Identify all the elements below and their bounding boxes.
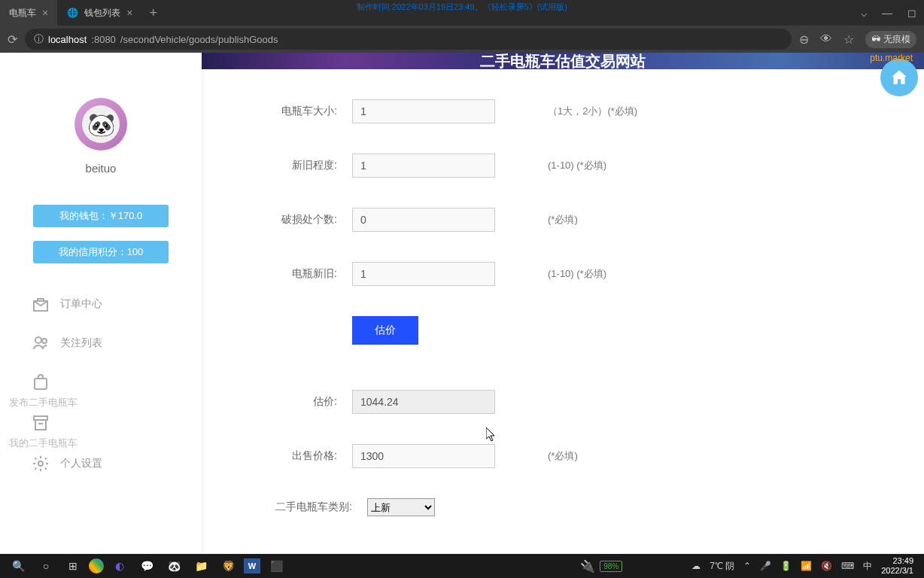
svg-rect-3 — [35, 379, 47, 389]
main-content: 二手电瓶车估值交易网站 ptu.market 电瓶车大小: （1大，2小）(*必… — [202, 53, 924, 554]
chevron-up-icon[interactable]: ⌃ — [743, 561, 751, 571]
mic-icon[interactable]: 🎤 — [760, 561, 771, 571]
condition-input[interactable] — [352, 154, 495, 178]
size-input[interactable] — [352, 99, 495, 123]
star-icon[interactable]: ☆ — [843, 32, 854, 47]
reload-icon[interactable]: ⟳ — [8, 32, 17, 47]
wechat-icon[interactable]: 💬 — [135, 555, 158, 576]
battery-input[interactable] — [352, 262, 495, 286]
damage-hint: (*必填) — [548, 213, 578, 227]
search-icon[interactable]: 🔍 — [6, 555, 30, 576]
damage-input[interactable] — [352, 208, 495, 232]
date-text: 2022/3/1 — [881, 566, 913, 576]
menu-label: 关注列表 — [60, 336, 102, 350]
form-row-eval-btn: 估价 — [247, 316, 879, 345]
new-tab-button[interactable]: + — [141, 5, 165, 21]
volume-icon[interactable]: 🔇 — [821, 561, 832, 571]
app-icon[interactable]: 🐼 — [163, 555, 185, 576]
form-row-price: 出售价格: (*必填) — [247, 444, 879, 468]
battery-badge[interactable]: 98% — [600, 561, 622, 572]
chevron-down-icon[interactable]: ⌵ — [861, 7, 867, 19]
keyboard-icon[interactable]: ⌨ — [841, 561, 854, 571]
zoom-icon[interactable]: ⊖ — [799, 32, 809, 47]
menu-label: 订单中心 — [60, 297, 102, 311]
wallet-button[interactable]: 我的钱包：￥170.0 — [33, 205, 169, 227]
app-icon-2[interactable]: 🦁 — [217, 555, 239, 576]
url-path: /secondVehicle/goods/publishGoods — [120, 34, 278, 45]
clock[interactable]: 23:49 2022/3/1 — [881, 556, 918, 576]
sidebar-item-settings[interactable]: 个人设置 — [30, 450, 202, 483]
size-label: 电瓶车大小: — [247, 105, 352, 118]
chrome-icon[interactable] — [89, 558, 104, 573]
task-view-icon[interactable]: ⊞ — [62, 555, 84, 576]
browser-tab-1[interactable]: 电瓶车 × — [0, 0, 57, 26]
svg-point-1 — [35, 337, 41, 343]
eye-off-icon[interactable]: 👁 — [820, 32, 832, 46]
battery-hint: (1-10) (*必填) — [548, 267, 606, 281]
bag-icon — [30, 372, 51, 393]
battery-plug-icon: 🔌 — [580, 559, 595, 573]
url-input[interactable]: ⓘ localhost:8080/secondVehicle/goods/pub… — [25, 29, 792, 50]
banner-tag: ptu.market — [870, 53, 913, 63]
category-select[interactable]: 上新 — [367, 498, 435, 516]
banner: 二手电瓶车估值交易网站 ptu.market — [202, 53, 924, 69]
globe-icon: 🌐 — [66, 7, 78, 19]
incognito-icon: 🕶 — [871, 34, 880, 44]
banner-title: 二手电瓶车估值交易网站 — [480, 53, 646, 69]
eclipse-icon[interactable]: ◐ — [108, 555, 131, 576]
incognito-badge[interactable]: 🕶 无痕模 — [865, 31, 916, 48]
form-row-damage: 破损处个数: (*必填) — [247, 208, 879, 232]
weather-text: 7℃ 阴 — [710, 560, 734, 573]
svg-point-7 — [38, 461, 43, 466]
menu-label-mine: 我的二手电瓶车 — [9, 437, 202, 450]
explorer-icon[interactable]: 📁 — [190, 555, 212, 576]
cortana-icon[interactable]: ○ — [35, 555, 57, 576]
app-icon-3[interactable]: ⬛ — [265, 555, 287, 576]
home-button[interactable] — [880, 59, 918, 96]
battery-label: 电瓶新旧: — [247, 267, 352, 281]
size-hint: （1大，2小）(*必填) — [548, 105, 637, 118]
maximize-icon[interactable]: ◻ — [907, 7, 916, 19]
form-row-size: 电瓶车大小: （1大，2小）(*必填) — [247, 99, 879, 123]
price-input[interactable] — [352, 444, 495, 468]
credit-button[interactable]: 我的信用积分：100 — [33, 241, 169, 263]
address-bar: ⟳ ⓘ localhost:8080/secondVehicle/goods/p… — [0, 26, 924, 53]
form-row-condition: 新旧程度: (1-10) (*必填) — [247, 154, 879, 178]
close-icon[interactable]: × — [42, 7, 48, 19]
price-hint: (*必填) — [548, 449, 578, 463]
close-icon[interactable]: × — [126, 7, 132, 19]
eval-output — [352, 390, 495, 414]
taskbar: 🔍 ○ ⊞ ◐ 💬 🐼 📁 🦁 W ⬛ 🔌 98% ☁ 7℃ 阴 ⌃ 🎤 🔋 📶… — [0, 554, 924, 578]
tab-title: 电瓶车 — [9, 7, 36, 20]
url-host: localhost — [48, 34, 87, 45]
menu-label: 个人设置 — [60, 457, 102, 470]
sidebar-item-orders[interactable]: 订单中心 — [30, 284, 202, 324]
form-row-battery: 电瓶新旧: (1-10) (*必填) — [247, 262, 879, 286]
svg-point-2 — [42, 339, 47, 343]
avatar-image: 🐼 — [82, 105, 120, 143]
evaluate-button[interactable]: 估价 — [352, 316, 418, 345]
watermark-text: 制作时间:2022年03月19日23:49。《轻松录屏5》(试用版) — [357, 2, 567, 13]
sidebar-item-follow[interactable]: 关注列表 — [30, 324, 202, 363]
power-icon[interactable]: 🔋 — [780, 561, 792, 571]
ime-badge[interactable]: 中 — [863, 560, 872, 573]
minimize-icon[interactable]: — — [882, 7, 892, 19]
weather-icon[interactable]: ☁ — [691, 561, 701, 571]
archive-icon — [30, 412, 51, 434]
avatar[interactable]: 🐼 — [74, 98, 127, 151]
browser-tab-2[interactable]: 🌐 钱包列表 × — [57, 0, 141, 26]
incognito-label: 无痕模 — [883, 33, 910, 46]
condition-hint: (1-10) (*必填) — [548, 159, 606, 172]
wifi-icon[interactable]: 📶 — [801, 561, 812, 571]
page-content: 🐼 beituo 我的钱包：￥170.0 我的信用积分：100 订单中心 关注列… — [0, 53, 924, 554]
url-port: :8080 — [91, 34, 116, 45]
category-label: 二手电瓶车类别: — [247, 500, 367, 514]
side-menu: 订单中心 关注列表 发布二手电瓶车 我的二手电瓶车 — [0, 284, 202, 483]
price-label: 出售价格: — [247, 449, 352, 463]
username-label: beituo — [86, 162, 117, 175]
window-controls: ⌵ — ◻ — [861, 7, 924, 19]
form-row-category: 二手电瓶车类别: 上新 — [247, 498, 879, 516]
word-icon[interactable]: W — [244, 558, 260, 573]
condition-label: 新旧程度: — [247, 159, 352, 172]
damage-label: 破损处个数: — [247, 213, 352, 227]
